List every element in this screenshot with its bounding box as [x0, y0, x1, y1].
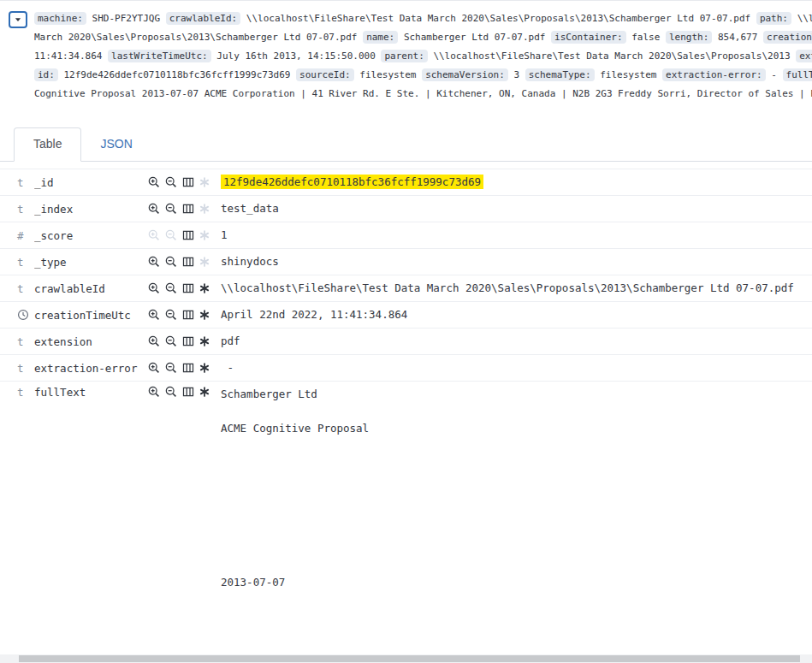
field-value: shinydocs	[221, 253, 812, 270]
filter-for-value-button[interactable]	[148, 256, 160, 268]
field-actions	[148, 309, 221, 321]
zoom-out-icon	[165, 178, 177, 191]
toggle-column-button[interactable]	[182, 309, 194, 321]
table-columns-icon	[182, 231, 194, 244]
filter-for-value-button[interactable]	[148, 203, 160, 215]
field-value-text: 854,677	[718, 32, 757, 43]
field-name: _index	[34, 203, 148, 216]
filter-for-value-button[interactable]	[148, 362, 160, 374]
toggle-column-button[interactable]	[182, 282, 194, 294]
field-name-badge: lastWriteTimeUtc:	[108, 50, 211, 62]
field-value-text: false	[631, 32, 660, 43]
filter-out-value-button[interactable]	[165, 309, 177, 321]
field-actions	[148, 256, 221, 268]
field-name-badge: path:	[756, 12, 791, 25]
toggle-column-button[interactable]	[182, 176, 194, 188]
asterisk-icon	[199, 310, 210, 323]
field-actions	[148, 229, 221, 241]
zoom-out-icon	[165, 337, 177, 350]
field-name-badge: crawlableId:	[166, 12, 240, 25]
table-columns-icon	[182, 337, 194, 350]
field-value-text: Schamberger Ltd 07-07.pdf	[404, 32, 546, 43]
filter-for-value-button[interactable]	[148, 309, 160, 321]
filter-for-field-present-button	[199, 204, 210, 214]
field-name-badge: isContainer:	[551, 31, 625, 44]
doc-summary-line: 11:41:34.864 lastWriteTimeUtc: July 16th…	[34, 47, 812, 66]
text-type-icon: t	[17, 256, 34, 269]
field-value-text: \\loc	[797, 13, 812, 24]
filter-out-value-button[interactable]	[165, 256, 177, 268]
number-type-icon: #	[17, 229, 34, 242]
field-name: fullText	[34, 386, 148, 399]
zoom-out-icon	[165, 388, 177, 400]
toggle-column-button[interactable]	[182, 203, 194, 215]
filter-for-value-button[interactable]	[148, 335, 160, 347]
tab-json[interactable]: JSON	[81, 128, 151, 163]
clock-icon	[17, 309, 34, 321]
field-value-text: 11:41:34.864	[34, 50, 102, 62]
filter-for-field-present-button[interactable]	[199, 363, 210, 373]
filter-for-field-present-button[interactable]	[199, 387, 210, 397]
field-name-badge: schemaVersion:	[422, 68, 508, 81]
field-value-text: \\localhost\FileShare\Test Data March 20…	[246, 13, 750, 24]
asterisk-icon	[199, 230, 210, 243]
asterisk-icon	[199, 387, 210, 400]
filter-for-value-button[interactable]	[148, 282, 160, 294]
toggle-column-button[interactable]	[182, 362, 194, 374]
text-type-icon: t	[17, 335, 34, 348]
table-columns-icon	[182, 284, 194, 297]
doc-viewer-tabs: TableJSON	[0, 127, 812, 162]
field-name-badge: schemaType:	[525, 68, 595, 81]
field-value-text: filesystem	[600, 69, 656, 80]
field-value-text: 12f9de426ddefc0710118bfc36fcff1999c73d69	[64, 69, 291, 80]
field-name: _score	[34, 229, 148, 242]
doc-summary-line: id: 12f9de426ddefc0710118bfc36fcff1999c7…	[34, 66, 812, 85]
filter-for-value-button[interactable]	[148, 176, 160, 188]
filter-out-value-button[interactable]	[165, 362, 177, 374]
field-name: extension	[34, 335, 148, 348]
field-value-text: SHD-PF2YTJQG	[92, 13, 160, 24]
zoom-out-icon	[165, 204, 177, 217]
toggle-column-button[interactable]	[182, 386, 194, 398]
doc-summary-line: machine: SHD-PF2YTJQG crawlableId: \\loc…	[34, 9, 812, 28]
filter-out-value-button[interactable]	[165, 203, 177, 215]
asterisk-icon	[199, 336, 210, 349]
filter-for-value-button[interactable]	[148, 386, 160, 398]
text-type-icon: t	[17, 203, 34, 216]
field-name: _id	[34, 176, 148, 189]
horizontal-scrollbar[interactable]	[0, 654, 812, 663]
text-type-icon: t	[17, 386, 34, 399]
caret-down-icon	[14, 15, 22, 24]
collapse-doc-toggle-button[interactable]	[9, 11, 27, 28]
filter-for-field-present-button[interactable]	[199, 283, 210, 293]
filter-for-field-present-button	[199, 230, 210, 240]
field-value: Schamberger Ltd ACME Cognitive Proposal …	[221, 386, 812, 591]
field-name: creationTimeUtc	[34, 309, 148, 322]
zoom-in-icon	[148, 231, 160, 244]
filter-out-value-button[interactable]	[165, 176, 177, 188]
field-value: test_data	[221, 200, 812, 217]
tab-table[interactable]: Table	[14, 127, 81, 162]
filter-out-value-button	[165, 229, 177, 241]
field-name-badge: creationTi	[763, 31, 812, 44]
asterisk-icon	[199, 177, 210, 190]
toggle-column-button[interactable]	[182, 256, 194, 268]
horizontal-scrollbar-thumb[interactable]	[19, 655, 800, 662]
filter-out-value-button[interactable]	[165, 386, 177, 398]
filter-out-value-button[interactable]	[165, 282, 177, 294]
zoom-in-icon	[148, 337, 160, 350]
filter-for-field-present-button[interactable]	[199, 336, 210, 346]
field-name-badge: id:	[34, 68, 58, 81]
zoom-out-icon	[165, 284, 177, 297]
doc-summary-lines: machine: SHD-PF2YTJQG crawlableId: \\loc…	[34, 9, 812, 104]
field-name-badge: exte	[796, 50, 812, 62]
field-value: 1	[221, 227, 812, 244]
filter-out-value-button[interactable]	[165, 335, 177, 347]
toggle-column-button[interactable]	[182, 335, 194, 347]
field-actions	[148, 176, 221, 188]
zoom-in-icon	[148, 204, 160, 217]
zoom-in-icon	[148, 178, 160, 191]
zoom-in-icon	[148, 364, 160, 376]
filter-for-field-present-button[interactable]	[199, 310, 210, 320]
toggle-column-button[interactable]	[182, 229, 194, 241]
